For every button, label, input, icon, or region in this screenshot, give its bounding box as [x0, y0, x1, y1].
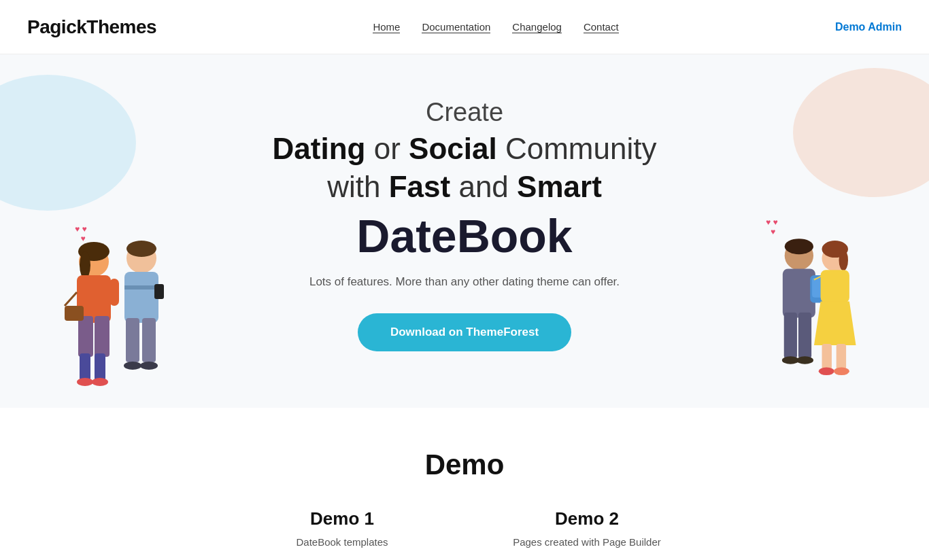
- hero-line3: with Fast and Smart: [273, 169, 657, 205]
- svg-rect-21: [154, 284, 164, 299]
- demo-admin-link[interactable]: Demo Admin: [835, 21, 902, 33]
- hero-line2: Dating or Social Community: [273, 131, 657, 167]
- svg-point-33: [839, 250, 847, 271]
- nav-home[interactable]: Home: [373, 21, 400, 33]
- hearts-right: ♥ ♥ ♥: [766, 217, 778, 237]
- couple-right-illustration: ♥ ♥ ♥: [752, 217, 875, 394]
- hearts-left: ♥ ♥ ♥: [75, 224, 87, 243]
- demo-section: Demo Demo 1 DateBook templates Click her…: [0, 408, 929, 560]
- hero-or: or: [374, 132, 409, 165]
- svg-rect-37: [836, 344, 845, 370]
- svg-marker-35: [813, 301, 856, 345]
- svg-point-28: [796, 356, 813, 364]
- demo2-title: Demo 2: [492, 508, 682, 529]
- svg-rect-7: [95, 353, 105, 381]
- couple-right-svg: [754, 224, 873, 394]
- svg-point-38: [818, 368, 834, 376]
- nav-contact[interactable]: Contact: [584, 21, 619, 33]
- hero-dating: Dating: [273, 132, 366, 165]
- hero-with: with: [327, 170, 388, 203]
- svg-rect-18: [142, 318, 156, 362]
- couple-left-svg: [56, 224, 175, 394]
- svg-rect-6: [80, 353, 90, 381]
- hero-line1: Create: [273, 97, 657, 128]
- blob-right-decoration: [793, 68, 929, 197]
- svg-rect-15: [124, 272, 158, 323]
- svg-point-23: [784, 239, 813, 254]
- download-button[interactable]: Download on ThemeForest: [358, 313, 571, 351]
- header: PagickThemes Home Documentation Changelo…: [0, 0, 929, 54]
- couple-left-illustration: ♥ ♥ ♥: [54, 217, 177, 394]
- demo1-title: Demo 1: [247, 508, 437, 529]
- hero-description: Lots of features. More than any other da…: [273, 275, 657, 289]
- hero-section: ♥ ♥ ♥: [0, 54, 929, 408]
- svg-rect-10: [109, 279, 119, 306]
- logo: PagickThemes: [27, 16, 156, 38]
- svg-rect-4: [78, 316, 93, 357]
- svg-point-9: [92, 378, 108, 386]
- demo-section-title: Demo: [27, 449, 902, 481]
- demo-card-1: Demo 1 DateBook templates Click here to …: [247, 508, 437, 560]
- hero-and: and: [458, 170, 517, 203]
- svg-point-8: [77, 378, 93, 386]
- demo-cards-container: Demo 1 DateBook templates Click here to …: [27, 508, 902, 560]
- svg-point-19: [124, 362, 141, 370]
- hero-social: Social: [409, 132, 497, 165]
- svg-rect-16: [124, 285, 158, 290]
- nav-documentation[interactable]: Documentation: [422, 21, 490, 33]
- demo-card-2: Demo 2 Pages created with Page Builder C…: [492, 508, 682, 560]
- svg-point-2: [80, 251, 90, 279]
- hero-smart: Smart: [517, 170, 602, 203]
- svg-rect-25: [783, 313, 796, 358]
- svg-rect-26: [798, 313, 811, 358]
- hero-content: Create Dating or Social Community with F…: [273, 97, 657, 351]
- hero-community: Community: [505, 132, 657, 165]
- blob-left-decoration: [0, 75, 136, 211]
- svg-rect-36: [822, 344, 831, 370]
- svg-line-12: [65, 292, 77, 306]
- demo2-description: Pages created with Page Builder: [492, 536, 682, 548]
- hero-main-title: DateBook: [273, 211, 657, 262]
- svg-point-14: [126, 241, 156, 257]
- svg-point-39: [833, 368, 849, 376]
- svg-point-20: [140, 362, 158, 370]
- main-nav: Home Documentation Changelog Contact: [373, 21, 618, 33]
- hero-fast: Fast: [389, 170, 450, 203]
- svg-rect-17: [126, 318, 139, 362]
- svg-rect-5: [95, 316, 109, 357]
- nav-changelog[interactable]: Changelog: [512, 21, 562, 33]
- demo1-description: DateBook templates: [247, 536, 437, 548]
- svg-rect-11: [65, 306, 84, 321]
